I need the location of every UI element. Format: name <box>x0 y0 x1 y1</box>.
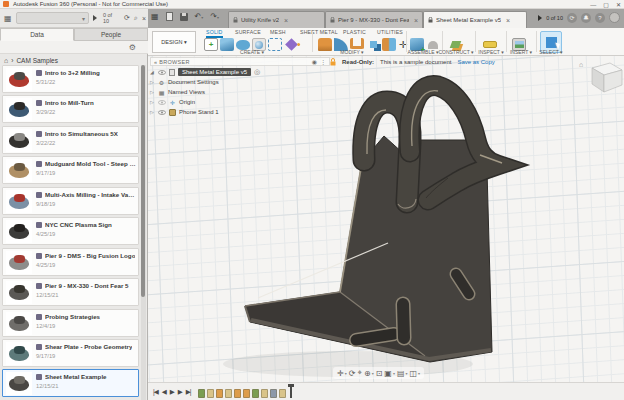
apps-grid-icon[interactable]: ▦ <box>4 14 12 23</box>
tree-root-label[interactable]: Sheet Metal Example v5 <box>178 68 251 76</box>
viewport[interactable]: ⌂ « BROWSER ◉⋮ Read-Only: This is a samp… <box>148 56 624 382</box>
maximize-button[interactable]: ▢ <box>603 1 609 8</box>
home-view-icon[interactable]: ⌂ <box>579 61 583 68</box>
save-as-copy-link[interactable]: Save as Copy <box>457 59 494 65</box>
browser-panel-header[interactable]: « BROWSER ◉⋮ <box>150 57 330 66</box>
document-tab-1[interactable]: Utility Knife v2 × <box>228 11 325 28</box>
job-status-button[interactable]: ⟳ <box>567 13 577 23</box>
offset-face-icon[interactable] <box>382 38 396 51</box>
collapsed-icon[interactable]: ▷ <box>150 99 155 105</box>
job-status-icon[interactable] <box>538 15 542 21</box>
measure-icon[interactable] <box>483 41 497 48</box>
list-item-selected[interactable]: Sheet Metal Example12/15/21 <box>2 369 139 397</box>
extrude-icon[interactable] <box>220 38 234 51</box>
press-pull-icon[interactable] <box>318 38 332 51</box>
list-item[interactable]: Intro to 3+2 Milling5/31/22 <box>2 65 139 93</box>
step-back-icon[interactable]: ◀ <box>162 388 166 396</box>
go-to-start-icon[interactable]: |◀ <box>153 388 158 396</box>
fit-icon[interactable]: ⊡ <box>376 369 383 378</box>
project-dropdown[interactable]: ▾ <box>16 12 89 24</box>
group-create[interactable]: CREATE ▾ <box>240 49 264 55</box>
gear-icon[interactable]: ⚙ <box>129 43 136 52</box>
workspace-selector[interactable]: DESIGN ▾ <box>152 31 196 53</box>
group-assemble[interactable]: ASSEMBLE ▾ <box>408 49 439 55</box>
list-item[interactable]: Multi-Axis Milling - Intake Valve9/18/19 <box>2 187 139 215</box>
viewports-icon[interactable]: ◫▾ <box>410 369 421 378</box>
more-options-icon[interactable]: ⋮ <box>320 58 326 65</box>
help-icon[interactable]: ? <box>595 13 605 23</box>
timeline-feature[interactable] <box>207 389 214 398</box>
tab-data[interactable]: Data <box>0 28 74 41</box>
refresh-icon[interactable]: ⟳ <box>124 14 130 22</box>
redo-icon[interactable]: ↷▾ <box>210 12 219 21</box>
shell-icon[interactable] <box>350 38 364 49</box>
eye-icon[interactable] <box>158 100 166 105</box>
list-item[interactable]: Intro to Simultaneous 5X3/22/22 <box>2 126 139 154</box>
pan-icon[interactable]: ✛▾ <box>337 369 347 378</box>
close-button[interactable]: ✕ <box>616 1 621 8</box>
eye-icon[interactable] <box>158 70 166 75</box>
save-icon[interactable] <box>180 13 188 21</box>
tree-node[interactable]: ▷ ✛ Origin <box>150 97 300 107</box>
go-to-end-icon[interactable]: ▶| <box>186 388 191 396</box>
scrollbar-thumb[interactable] <box>141 65 145 297</box>
tree-node[interactable]: ▷ Phone Stand 1 <box>150 107 300 117</box>
sheet-metal-part[interactable] <box>245 85 502 362</box>
list-item[interactable]: Pier 9 - DMS - Big Fusion Logo4/25/19 <box>2 248 139 276</box>
home-icon[interactable]: ⌂ <box>4 57 8 64</box>
list-item[interactable]: Shear Plate - Probe Geometry9/17/19 <box>2 339 139 367</box>
collapsed-icon[interactable]: ▷ <box>150 79 155 85</box>
file-menu-icon[interactable] <box>166 12 173 21</box>
group-select[interactable]: SELECT ▾ <box>539 49 562 55</box>
zoom-icon[interactable]: ⊕▾ <box>364 369 374 378</box>
timeline-feature[interactable] <box>270 389 277 398</box>
display-settings-icon[interactable]: ▣▾ <box>384 369 395 378</box>
tab-plastic[interactable]: PLASTIC <box>343 29 366 35</box>
group-construct[interactable]: CONSTRUCT ▾ <box>438 49 473 55</box>
generative-icon[interactable] <box>284 38 298 51</box>
timeline-feature-sketch[interactable] <box>252 389 259 398</box>
group-insert[interactable]: INSERT ▾ <box>510 49 532 55</box>
timeline-feature[interactable] <box>225 389 232 398</box>
notifications-bell-icon[interactable]: 🔔︎ <box>581 13 591 23</box>
collapsed-icon[interactable]: ▷ <box>150 89 155 95</box>
minimize-button[interactable]: — <box>590 2 596 8</box>
tab-utilities[interactable]: UTILITIES <box>377 29 403 35</box>
step-forward-icon[interactable]: ▶ <box>178 388 182 396</box>
list-item[interactable]: Mudguard Mold Tool - Steep and Shall...9… <box>2 156 139 184</box>
timeline-feature[interactable] <box>279 389 286 398</box>
list-item[interactable]: Pier 9 - MX-330 - Dont Fear 512/15/21 <box>2 278 139 306</box>
timeline-feature-flange[interactable] <box>216 389 223 398</box>
create-sketch-icon[interactable]: + <box>204 38 218 51</box>
timeline-feature-flange[interactable] <box>243 389 250 398</box>
combine-icon[interactable] <box>366 38 380 51</box>
scrollbar-track[interactable] <box>141 65 146 400</box>
tree-node[interactable]: ▷ ⚙ Document Settings <box>150 77 300 87</box>
timeline-feature[interactable] <box>261 389 268 398</box>
radial-menu-icon[interactable]: ◎ <box>254 68 260 76</box>
document-tab-active[interactable]: Sheet Metal Example v5 × <box>423 11 527 28</box>
show-data-panel-icon[interactable]: ▦ <box>151 12 159 21</box>
pattern-icon[interactable] <box>268 38 282 51</box>
group-modify[interactable]: MODIFY ▾ <box>340 49 363 55</box>
tree-root-row[interactable]: ◢ Sheet Metal Example v5 ◎ <box>150 67 300 77</box>
breadcrumb-folder[interactable]: CAM Samples <box>16 57 58 64</box>
timeline-playhead[interactable] <box>290 385 292 398</box>
document-tab-2[interactable]: Pier 9 - MX-330 - Dont Fear 5 v5 × <box>325 11 423 28</box>
tree-node[interactable]: ▷ ▦ Named Views <box>150 87 300 97</box>
close-tab-icon[interactable]: × <box>284 17 288 24</box>
collapse-browser-icon[interactable]: « <box>154 59 157 65</box>
tab-surface[interactable]: SURFACE <box>235 29 261 35</box>
tab-solid[interactable]: SOLID <box>206 29 223 38</box>
list-item[interactable]: NYC CNC Plasma Sign4/25/19 <box>2 217 139 245</box>
avatar[interactable] <box>609 12 620 23</box>
display-toggle-icon[interactable]: ◉ <box>312 58 317 65</box>
play-icon[interactable]: ▶ <box>170 388 174 396</box>
eye-icon[interactable] <box>158 110 166 115</box>
tab-sheet-metal[interactable]: SHEET METAL <box>300 29 338 35</box>
orbit-icon[interactable]: ⟳ <box>349 369 356 378</box>
tab-mesh[interactable]: MESH <box>270 29 286 35</box>
timeline-feature-flange[interactable] <box>234 389 241 398</box>
grid-settings-icon[interactable]: ▤▾ <box>397 369 408 378</box>
search-icon[interactable]: ⌕ <box>134 14 138 22</box>
